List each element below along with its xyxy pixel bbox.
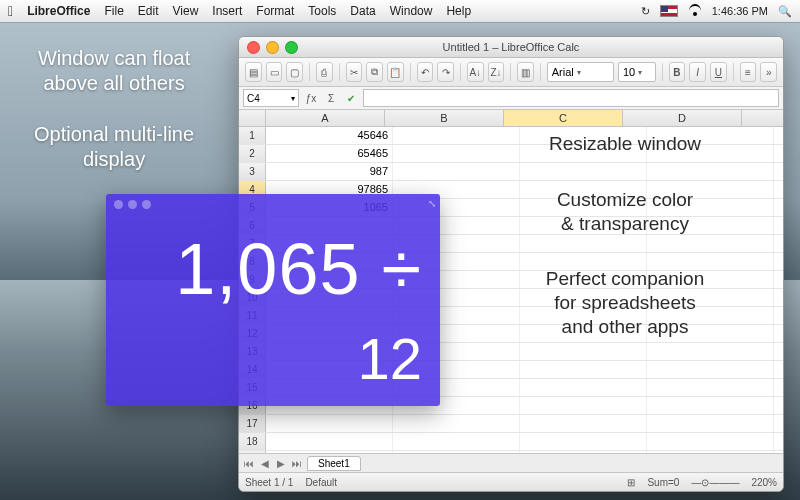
zoom-icon[interactable] [285, 41, 298, 54]
wifi-icon[interactable] [688, 6, 702, 16]
cell[interactable]: 65465 [266, 145, 393, 162]
select-all-corner[interactable] [239, 110, 266, 126]
minimize-icon[interactable] [266, 41, 279, 54]
feature-companion: Perfect companion for spreadsheets and o… [480, 267, 770, 338]
status-zoom[interactable]: 220% [751, 477, 777, 488]
row-header[interactable]: 1 [239, 127, 266, 144]
menu-window[interactable]: Window [390, 4, 433, 18]
resize-handle-icon[interactable]: ⤡ [428, 198, 436, 209]
cell-reference-field[interactable]: C4▾ [243, 89, 299, 107]
menu-tools[interactable]: Tools [308, 4, 336, 18]
cell[interactable] [520, 379, 647, 396]
feature-resizable: Resizable window [480, 132, 770, 156]
menu-help[interactable]: Help [446, 4, 471, 18]
new-doc-icon[interactable]: ▤ [245, 62, 262, 82]
italic-button[interactable]: I [689, 62, 706, 82]
column-header[interactable]: D [623, 110, 742, 126]
status-sum: Sum=0 [647, 477, 679, 488]
underline-button[interactable]: U [710, 62, 727, 82]
cell[interactable] [647, 379, 774, 396]
mac-menubar:  LibreOffice File Edit View Insert Form… [0, 0, 800, 22]
apple-menu-icon[interactable]:  [8, 4, 13, 18]
feature-color: Customize color & transparency [480, 188, 770, 236]
cell[interactable] [520, 397, 647, 414]
cell[interactable] [266, 415, 393, 432]
close-icon[interactable] [247, 41, 260, 54]
promo-line-1: Window can float above all others [34, 46, 194, 96]
cell[interactable] [266, 433, 393, 450]
save-icon[interactable]: ▢ [286, 62, 303, 82]
row-header[interactable]: 2 [239, 145, 266, 162]
paste-icon[interactable]: 📋 [387, 62, 404, 82]
zoom-slider[interactable]: —⊙——— [691, 477, 739, 488]
app-name[interactable]: LibreOffice [27, 4, 90, 18]
spotlight-icon[interactable]: 🔍 [778, 5, 792, 18]
column-headers: ABCD [239, 110, 783, 127]
status-insert-mode[interactable]: ⊞ [627, 477, 635, 488]
menu-file[interactable]: File [104, 4, 123, 18]
sum-icon[interactable]: Σ [323, 90, 339, 106]
cut-icon[interactable]: ✂ [346, 62, 363, 82]
column-header[interactable]: A [266, 110, 385, 126]
row-header[interactable]: 17 [239, 415, 266, 432]
sync-icon[interactable]: ↻ [641, 5, 650, 18]
calc-display-line-1: 1,065 ÷ [106, 228, 422, 310]
row-header[interactable]: 18 [239, 433, 266, 450]
function-wizard-icon[interactable]: ƒx [303, 90, 319, 106]
input-source-icon[interactable] [660, 5, 678, 17]
grid-row: 17 [239, 415, 783, 433]
redo-icon[interactable]: ↷ [437, 62, 454, 82]
formula-input[interactable] [363, 89, 779, 107]
sheet-nav-last-icon[interactable]: ⏭ [291, 458, 303, 469]
window-titlebar[interactable]: Untitled 1 – LibreOffice Calc [239, 37, 783, 58]
align-left-icon[interactable]: ≡ [740, 62, 757, 82]
undo-icon[interactable]: ↶ [417, 62, 434, 82]
sheet-tab[interactable]: Sheet1 [307, 456, 361, 471]
sheet-tab-bar: ⏮ ◀ ▶ ⏭ Sheet1 [239, 453, 783, 472]
sort-desc-icon[interactable]: Z↓ [488, 62, 505, 82]
sheet-nav-prev-icon[interactable]: ◀ [259, 458, 271, 469]
feature-text-block: Resizable window Customize color & trans… [480, 132, 770, 371]
calc-display-line-2: 12 [106, 325, 422, 392]
chart-icon[interactable]: ▥ [517, 62, 534, 82]
calculator-window[interactable]: ⤡ 1,065 ÷ 12 [106, 194, 440, 406]
menu-insert[interactable]: Insert [212, 4, 242, 18]
font-size-field[interactable]: 10▾ [618, 62, 656, 82]
status-bar: Sheet 1 / 1 Default ⊞ Sum=0 —⊙——— 220% [239, 472, 783, 491]
promo-text-block: Window can float above all others Option… [34, 46, 194, 198]
accept-icon[interactable]: ✔ [343, 90, 359, 106]
sort-asc-icon[interactable]: A↓ [467, 62, 484, 82]
calc-window-controls[interactable] [114, 200, 151, 209]
row-header[interactable]: 3 [239, 163, 266, 180]
cell[interactable] [647, 415, 774, 432]
sheet-nav-next-icon[interactable]: ▶ [275, 458, 287, 469]
status-sheet: Sheet 1 / 1 [245, 477, 293, 488]
more-icon[interactable]: » [760, 62, 777, 82]
menu-data[interactable]: Data [350, 4, 375, 18]
status-style: Default [305, 477, 337, 488]
menu-edit[interactable]: Edit [138, 4, 159, 18]
cell[interactable] [647, 433, 774, 450]
cell[interactable] [647, 397, 774, 414]
promo-line-2: Optional multi-line display [34, 122, 194, 172]
grid-row: 18 [239, 433, 783, 451]
bold-button[interactable]: B [669, 62, 686, 82]
cell[interactable]: 987 [266, 163, 393, 180]
open-icon[interactable]: ▭ [266, 62, 283, 82]
cell[interactable] [520, 415, 647, 432]
print-icon[interactable]: ⎙ [316, 62, 333, 82]
sheet-nav-first-icon[interactable]: ⏮ [243, 458, 255, 469]
copy-icon[interactable]: ⧉ [366, 62, 383, 82]
cell[interactable] [393, 433, 520, 450]
formula-bar: C4▾ ƒx Σ ✔ [239, 87, 783, 110]
cell[interactable] [393, 415, 520, 432]
cell[interactable]: 45646 [266, 127, 393, 144]
cell[interactable] [520, 433, 647, 450]
column-header[interactable]: B [385, 110, 504, 126]
menu-format[interactable]: Format [256, 4, 294, 18]
menu-view[interactable]: View [173, 4, 199, 18]
column-header[interactable]: C [504, 110, 623, 126]
main-toolbar: ▤ ▭ ▢ ⎙ ✂ ⧉ 📋 ↶ ↷ A↓ Z↓ ▥ Arial▾ 10▾ B I… [239, 58, 783, 87]
font-name-field[interactable]: Arial▾ [547, 62, 614, 82]
menubar-clock[interactable]: 1:46:36 PM [712, 5, 768, 17]
